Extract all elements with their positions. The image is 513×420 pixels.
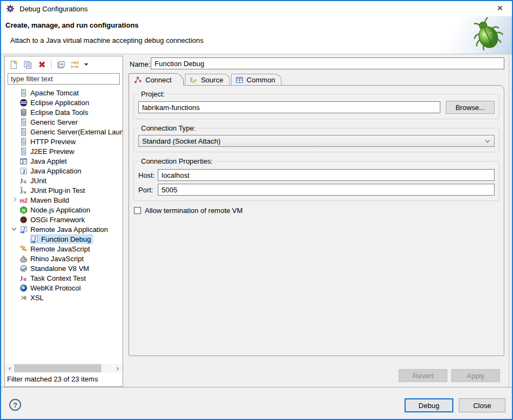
close-button[interactable]: Close xyxy=(459,398,505,412)
tree-item-content: JRemote Java Application xyxy=(19,224,110,234)
chevron-spacer xyxy=(9,185,19,195)
allow-termination-label: Allow termination of remote VM xyxy=(145,206,243,215)
filter-configurations-icon[interactable] xyxy=(69,59,81,70)
tree-item-label: XSL xyxy=(30,294,44,302)
tree-item-label: Eclipse Data Tools xyxy=(30,108,88,117)
svg-text:J: J xyxy=(34,236,36,241)
tree-item-standalone-v8-vm[interactable]: Standalone V8 VM xyxy=(5,263,123,273)
tree-item-content: nNode.js Application xyxy=(19,205,93,215)
expand-chevron-icon[interactable] xyxy=(9,195,19,205)
tree-item-content: m2Maven Build xyxy=(19,195,72,205)
apply-button[interactable]: Apply xyxy=(451,369,500,382)
scrollbar-track[interactable] xyxy=(14,364,113,373)
tree-item-content: XSL xyxy=(19,293,46,302)
delete-configuration-icon[interactable] xyxy=(36,59,48,70)
allow-termination-checkbox[interactable] xyxy=(134,207,141,214)
tree-item-webkit-protocol[interactable]: WebKit Protocol xyxy=(5,283,123,293)
tree-item-label: Task Context Test xyxy=(30,274,86,282)
duplicate-configuration-icon[interactable] xyxy=(22,59,34,70)
scroll-right-arrow[interactable]: › xyxy=(113,364,122,373)
tree-item-java-application[interactable]: JJava Application xyxy=(5,166,123,176)
project-group: Project: Browse... xyxy=(133,90,499,119)
chevron-spacer xyxy=(9,156,19,166)
tree-item-task-context-test[interactable]: JuTask Context Test xyxy=(5,273,123,283)
menu-dropdown-icon[interactable] xyxy=(83,59,89,70)
tree-item-label: J2EE Preview xyxy=(30,147,74,156)
tree-item-xsl[interactable]: XSL xyxy=(5,293,123,302)
tab-common[interactable]: Common xyxy=(231,74,282,86)
chevron-spacer xyxy=(9,107,19,117)
server-icon xyxy=(20,128,28,136)
tree-item-label: Standalone V8 VM xyxy=(30,264,89,273)
chevron-spacer xyxy=(9,146,19,156)
banner-title: Create, manage, and run configurations xyxy=(5,21,139,29)
tree-item-content: Generic Server(External Launch) xyxy=(19,127,123,137)
tree-item-maven-build[interactable]: m2Maven Build xyxy=(5,195,123,205)
tree-item-eclipse-data-tools[interactable]: Eclipse Data Tools xyxy=(5,107,123,117)
tree-item-label: HTTP Preview xyxy=(30,138,76,146)
filter-input[interactable] xyxy=(8,73,120,85)
tree-item-label: Maven Build xyxy=(30,196,69,204)
bug-icon xyxy=(470,17,504,51)
revert-button-label: Revert xyxy=(413,372,433,380)
tree-item-label: Generic Server xyxy=(30,118,78,126)
debug-button[interactable]: Debug xyxy=(405,398,453,412)
tree-item-apache-tomcat[interactable]: Apache Tomcat xyxy=(5,88,123,98)
name-input[interactable] xyxy=(151,57,504,69)
help-button[interactable]: ? xyxy=(9,399,21,411)
collapse-all-icon[interactable] xyxy=(55,59,67,70)
tree-item-content: Apache Tomcat xyxy=(19,88,81,98)
osgi-icon xyxy=(20,216,28,224)
chevron-spacer xyxy=(9,98,19,107)
header-banner: Create, manage, and run configurations A… xyxy=(1,16,512,54)
tree-item-label: Function Debug xyxy=(41,235,91,243)
window-title: Debug Configurations xyxy=(20,5,88,13)
connection-type-dropdown[interactable]: Standard (Socket Attach) xyxy=(138,135,495,147)
port-input[interactable] xyxy=(158,184,495,196)
chevron-spacer xyxy=(9,117,19,127)
tree-item-remote-javascript[interactable]: Remote JavaScript xyxy=(5,244,123,254)
tree-item-function-debug[interactable]: JFunction Debug xyxy=(5,234,123,244)
tree-item-java-applet[interactable]: JJava Applet xyxy=(5,156,123,166)
tree-item-content: Generic Server xyxy=(19,117,80,127)
chevron-spacer xyxy=(9,293,19,302)
tree-item-osgi-framework[interactable]: OSGi Framework xyxy=(5,215,123,224)
tree-item-generic-server[interactable]: Generic Server xyxy=(5,117,123,127)
tree-item-label: JUnit xyxy=(30,177,47,185)
tree-item-j2ee-preview[interactable]: J2EE Preview xyxy=(5,146,123,156)
chevron-spacer xyxy=(9,166,19,176)
tree-item-label: Node.js Application xyxy=(30,206,91,214)
collapse-chevron-icon[interactable] xyxy=(9,224,19,234)
tree-item-http-preview[interactable]: HTTP Preview xyxy=(5,137,123,146)
revert-button[interactable]: Revert xyxy=(399,369,447,382)
new-configuration-icon[interactable] xyxy=(8,59,20,70)
dialog-gear-icon xyxy=(6,4,15,13)
browse-button[interactable]: Browse... xyxy=(446,101,495,114)
apply-button-label: Apply xyxy=(467,372,485,380)
scroll-left-arrow[interactable]: ‹ xyxy=(5,364,14,373)
selected-tree-item: JFunction Debug xyxy=(30,234,93,244)
tree-item-content: JJava Applet xyxy=(19,156,69,166)
tab-connect[interactable]: Connect xyxy=(129,73,184,86)
tree-item-junit-plug-in-test[interactable]: JuJUnit Plug-in Test xyxy=(5,185,123,195)
chevron-spacer xyxy=(9,215,19,224)
host-input[interactable] xyxy=(158,169,495,181)
tree-item-rhino-javascript[interactable]: Rhino JavaScript xyxy=(5,254,123,263)
tree-item-node-js-application[interactable]: nNode.js Application xyxy=(5,205,123,215)
tree-item-eclipse-application[interactable]: Eclipse Application xyxy=(5,98,123,107)
common-icon xyxy=(235,76,243,84)
tab-source[interactable]: Source xyxy=(185,74,229,86)
tree-item-generic-server-external-launch[interactable]: Generic Server(External Launch) xyxy=(5,127,123,137)
svg-text:J: J xyxy=(20,275,23,282)
close-window-button[interactable]: × xyxy=(490,1,510,15)
project-input[interactable] xyxy=(138,101,440,113)
chevron-spacer xyxy=(9,283,19,293)
svg-text:J: J xyxy=(23,227,25,231)
debug-button-label: Debug xyxy=(419,402,439,410)
tree-item-remote-java-application[interactable]: JRemote Java Application xyxy=(5,224,123,234)
tree-item-label: Apache Tomcat xyxy=(30,89,79,97)
tree-item-label: OSGi Framework xyxy=(30,216,85,224)
tree-item-junit[interactable]: JuJUnit xyxy=(5,176,123,185)
scrollbar-thumb[interactable] xyxy=(14,364,101,372)
chevron-spacer xyxy=(9,205,19,215)
